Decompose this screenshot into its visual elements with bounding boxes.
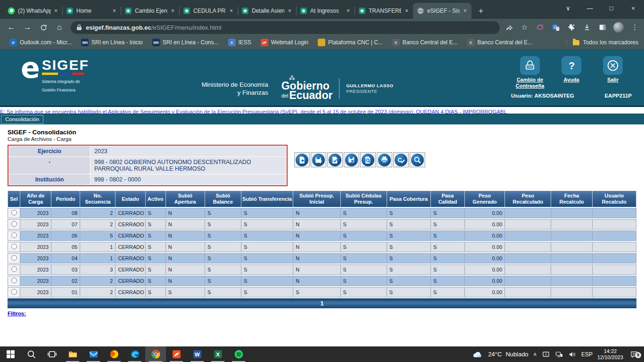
header-action-password-lock[interactable]: Cambio de Contraseña (510, 56, 550, 89)
row-select-radio[interactable] (11, 278, 17, 283)
row-select-radio[interactable] (11, 266, 17, 272)
browser-tab[interactable]: At Ingresos× (296, 3, 355, 19)
translate-extension-icon[interactable]: G (551, 23, 560, 32)
minimize-button[interactable]: — (579, 0, 601, 16)
tab-search-chevron-icon[interactable]: ∨ (557, 0, 579, 16)
consult-button[interactable] (410, 152, 425, 167)
row-select-radio[interactable] (11, 289, 17, 295)
row-select-radio[interactable] (11, 255, 17, 261)
share-icon[interactable] (504, 23, 513, 32)
file-explorer-taskbar-icon[interactable] (62, 346, 83, 362)
bookmark-star-icon[interactable]: ☆ (520, 23, 529, 32)
bookmark-item[interactable]: cPWebmail Login (257, 37, 312, 48)
row-select-radio[interactable] (11, 244, 17, 249)
browser-tab[interactable]: (2) WhatsApp× (4, 3, 62, 19)
delete-icon (345, 154, 358, 166)
start-taskbar-icon[interactable] (0, 346, 21, 362)
tray-display-icon[interactable] (542, 351, 550, 358)
address-bar[interactable]: esigef.finanzas.gob.ec/eSIGEF/menu/index… (71, 21, 500, 34)
word-taskbar-icon[interactable]: W (187, 346, 207, 362)
tab-close-icon[interactable]: × (170, 8, 175, 14)
profile-avatar[interactable] (613, 22, 624, 33)
browser-tab[interactable]: CEDULA PRE× (179, 3, 238, 19)
table-row: 2023051CERRADOSNSSNSSS0.00 (8, 242, 636, 252)
weather-widget[interactable]: 24°C Nublado (472, 350, 528, 359)
browser-tab[interactable]: Cambio Ejerc× (121, 3, 179, 19)
bookmark-item[interactable]: CBanco Central del E... (463, 37, 537, 48)
browser-tab[interactable]: Detalle Asien× (238, 3, 296, 19)
table-cell: S (341, 287, 387, 297)
table-header-row: SelAño de CargaPeriodoNo. SecuenciaEstad… (8, 191, 636, 207)
mail-taskbar-icon[interactable] (83, 346, 104, 362)
tab-close-icon[interactable]: × (229, 8, 234, 14)
keyboard-language[interactable]: ESP (581, 351, 593, 358)
bookmark-item[interactable]: Plataforma CNC | C... (314, 37, 387, 48)
bookmark-item[interactable]: SRISRI en Línea - Cons... (149, 37, 223, 48)
extension-pink-icon[interactable] (536, 23, 545, 32)
table-cell: S (241, 242, 293, 252)
table-cell: 0.00 (465, 276, 505, 286)
row-select-radio[interactable] (11, 221, 17, 227)
table-cell: S (341, 253, 387, 263)
bookmark-item[interactable]: iiIESS (224, 37, 255, 48)
close-button[interactable]: × (622, 0, 644, 16)
new-record-button[interactable] (294, 152, 310, 167)
table-cell: CERRADO (116, 287, 145, 297)
tab-close-icon[interactable]: × (53, 8, 58, 14)
print-button[interactable] (377, 152, 392, 167)
pagination-bar[interactable]: 1 (8, 298, 636, 308)
row-select-radio[interactable] (11, 210, 17, 215)
notification-center[interactable]: 9 (628, 350, 640, 359)
menu-tab-consolidacion[interactable]: Consolidación (1, 115, 43, 124)
tray-network-icon[interactable] (555, 351, 563, 358)
bookmark-item[interactable]: SRISRI en Línea - Inicio (77, 37, 147, 48)
header-action-exit-circle-x[interactable]: Salir (593, 56, 633, 89)
firefox-taskbar-icon[interactable] (104, 346, 124, 362)
search-taskbar-icon[interactable] (21, 346, 41, 362)
new-tab-button[interactable]: ＋ (474, 4, 487, 17)
home-button[interactable]: ⌂ (53, 21, 66, 34)
browser-tab[interactable]: TRANSFEREN× (355, 3, 413, 19)
tab-close-icon[interactable]: × (112, 8, 117, 14)
all-bookmarks[interactable]: Todos los marcadores (567, 39, 638, 46)
chrome-taskbar-icon[interactable] (145, 346, 166, 362)
browser-tab[interactable]: eSIGEF - Sist× (413, 3, 471, 19)
filters-link[interactable]: Filtros: (8, 311, 26, 316)
table-cell (551, 219, 592, 230)
table-cell: 1 (80, 242, 116, 252)
tray-volume-icon[interactable] (568, 351, 577, 358)
table-cell (551, 208, 592, 218)
forward-button[interactable]: → (21, 21, 34, 34)
approve-button[interactable]: C (393, 152, 409, 167)
bookmark-item[interactable]: OOutlook.com - Micr... (6, 37, 75, 48)
table-cell (505, 230, 551, 241)
delete-button[interactable] (344, 152, 359, 167)
table-cell: S (293, 287, 340, 297)
menu-dots-icon[interactable]: ⋮ (630, 23, 639, 32)
side-panel-icon[interactable] (598, 23, 607, 32)
edge-taskbar-icon[interactable] (124, 346, 145, 362)
maximize-button[interactable]: □ (601, 0, 622, 16)
tray-expand-icon[interactable]: ∧ (533, 351, 537, 357)
preview-button[interactable] (360, 152, 376, 167)
excel-taskbar-icon[interactable]: X (207, 346, 228, 362)
tab-close-icon[interactable]: × (346, 8, 351, 14)
validate-button[interactable] (327, 152, 343, 167)
bookmark-item[interactable]: CBanco Central del E... (388, 37, 462, 48)
downloads-icon[interactable] (582, 23, 591, 32)
pdf-reader-taskbar-icon[interactable] (166, 346, 187, 362)
tab-close-icon[interactable]: × (287, 8, 292, 14)
extensions-puzzle-icon[interactable] (567, 23, 576, 32)
back-button[interactable]: ← (5, 21, 18, 34)
clock-widget[interactable]: 14:22 12/10/2023 (597, 348, 623, 361)
browser-tab[interactable]: Home× (62, 3, 121, 19)
table-cell: N (166, 230, 205, 241)
tab-close-icon[interactable]: × (462, 8, 468, 14)
spotify-taskbar-icon[interactable] (228, 346, 249, 362)
row-select-radio[interactable] (11, 232, 17, 238)
header-action-help-question[interactable]: ?Ayuda (552, 56, 591, 89)
reload-button[interactable] (37, 21, 50, 34)
task-view-taskbar-icon[interactable] (41, 346, 62, 362)
upload-save-button[interactable] (311, 152, 326, 167)
tab-close-icon[interactable]: × (404, 8, 409, 14)
